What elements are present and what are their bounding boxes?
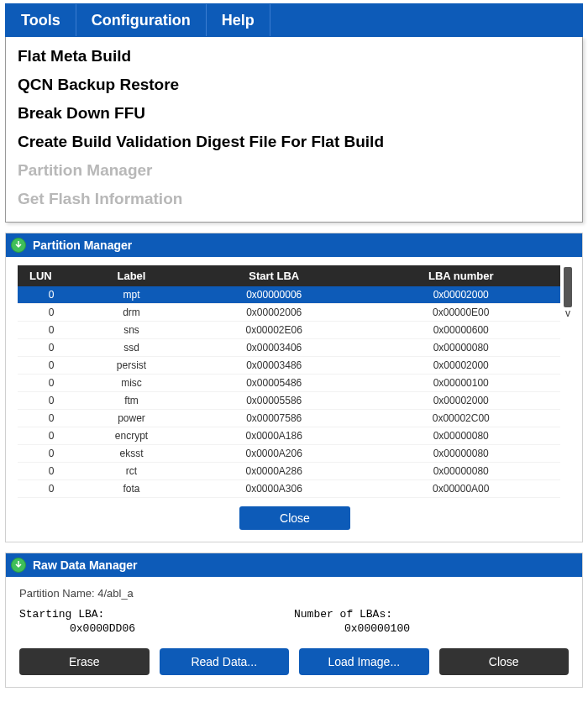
tools-dropdown: Flat Meta BuildQCN Backup RestoreBreak D… (5, 37, 583, 223)
dropdown-item: Get Flash Information (6, 185, 582, 213)
col-start: Start LBA (186, 265, 362, 286)
table-cell-lbanum: 0x00000E00 (361, 304, 560, 322)
download-arrow-icon (11, 558, 26, 573)
table-row[interactable]: 0misc0x000054860x00000100 (18, 375, 560, 392)
raw-data-manager-panel: Raw Data Manager Partition Name: 4/abl_a… (5, 553, 583, 688)
table-cell-start: 0x00002E06 (186, 322, 362, 339)
table-cell-label: ssd (76, 339, 186, 357)
table-cell-start: 0x00005486 (186, 375, 362, 392)
table-cell-start: 0x00000006 (186, 286, 362, 304)
table-cell-label: mpt (76, 286, 186, 304)
partition-name-label: Partition Name: 4/abl_a (19, 587, 569, 600)
menu-tools[interactable]: Tools (6, 4, 76, 36)
table-cell-start: 0x00003486 (186, 357, 362, 375)
table-cell-lun: 0 (18, 375, 76, 392)
table-cell-start: 0x00003406 (186, 339, 362, 357)
table-cell-lun: 0 (18, 286, 76, 304)
scrollbar-down-icon[interactable]: v (564, 307, 572, 319)
table-cell-label: eksst (76, 445, 186, 463)
table-cell-lbanum: 0x00002000 (361, 286, 560, 304)
table-cell-start: 0x0000A286 (186, 463, 362, 480)
table-cell-lbanum: 0x00000080 (361, 339, 560, 357)
load-image-button[interactable]: Load Image... (299, 648, 429, 675)
number-lbas-value: 0x00000100 (294, 622, 569, 635)
table-row[interactable]: 0persist0x000034860x00002000 (18, 357, 560, 375)
table-row[interactable]: 0rct0x0000A2860x00000080 (18, 463, 560, 480)
dropdown-item[interactable]: Flat Meta Build (6, 42, 582, 71)
table-cell-lbanum: 0x00000080 (361, 445, 560, 463)
menubar: Tools Configuration Help (5, 3, 583, 37)
partition-manager-titlebar: Partition Manager (6, 233, 582, 257)
raw-close-button[interactable]: Close (439, 648, 570, 675)
table-cell-lbanum: 0x00000080 (361, 463, 560, 480)
table-cell-label: rct (76, 463, 186, 480)
partition-manager-body: LUN Label Start LBA LBA number 0mpt0x000… (6, 257, 582, 542)
table-cell-lun: 0 (18, 427, 76, 445)
table-cell-label: persist (76, 357, 186, 375)
table-cell-label: power (76, 410, 186, 427)
table-cell-lun: 0 (18, 304, 76, 322)
table-cell-start: 0x0000A186 (186, 427, 362, 445)
starting-lba-label: Starting LBA: (19, 608, 294, 621)
table-cell-label: misc (76, 375, 186, 392)
partition-manager-title: Partition Manager (33, 238, 132, 252)
scrollbar-thumb[interactable] (564, 267, 572, 307)
table-cell-lun: 0 (18, 357, 76, 375)
dropdown-item: Partition Manager (6, 156, 582, 185)
number-lbas-label: Number of LBAs: (294, 608, 569, 621)
partition-manager-panel: Partition Manager LUN Label Start LBA LB… (5, 233, 583, 542)
menu-configuration[interactable]: Configuration (76, 4, 207, 36)
table-row[interactable]: 0encrypt0x0000A1860x00000080 (18, 427, 560, 445)
table-row[interactable]: 0mpt0x000000060x00002000 (18, 286, 560, 304)
table-cell-lbanum: 0x00000600 (361, 322, 560, 339)
dropdown-item[interactable]: QCN Backup Restore (6, 71, 582, 99)
partition-table: LUN Label Start LBA LBA number 0mpt0x000… (18, 265, 560, 498)
table-cell-lbanum: 0x00002C00 (361, 410, 560, 427)
table-cell-lbanum: 0x00002000 (361, 357, 560, 375)
erase-button[interactable]: Erase (19, 648, 150, 675)
table-cell-lun: 0 (18, 480, 76, 498)
table-cell-start: 0x00007586 (186, 410, 362, 427)
table-row[interactable]: 0eksst0x0000A2060x00000080 (18, 445, 560, 463)
col-label: Label (76, 265, 186, 286)
table-row[interactable]: 0power0x000075860x00002C00 (18, 410, 560, 427)
table-cell-lun: 0 (18, 463, 76, 480)
raw-data-manager-titlebar: Raw Data Manager (6, 553, 582, 577)
col-lbanum: LBA number (361, 265, 560, 286)
table-cell-lbanum: 0x00000A00 (361, 480, 560, 498)
dropdown-item[interactable]: Create Build Validation Digest File For … (6, 128, 582, 156)
table-row[interactable]: 0ftm0x000055860x00002000 (18, 392, 560, 410)
table-cell-lbanum: 0x00000080 (361, 427, 560, 445)
read-data-button[interactable]: Read Data... (160, 648, 290, 675)
raw-data-manager-title: Raw Data Manager (33, 558, 137, 572)
table-cell-label: ftm (76, 392, 186, 410)
dropdown-item[interactable]: Break Down FFU (6, 99, 582, 128)
table-cell-lun: 0 (18, 392, 76, 410)
table-cell-label: drm (76, 304, 186, 322)
table-row[interactable]: 0fota0x0000A3060x00000A00 (18, 480, 560, 498)
table-cell-lun: 0 (18, 339, 76, 357)
table-cell-lun: 0 (18, 322, 76, 339)
table-cell-label: sns (76, 322, 186, 339)
table-cell-lun: 0 (18, 445, 76, 463)
table-cell-label: fota (76, 480, 186, 498)
table-cell-start: 0x0000A306 (186, 480, 362, 498)
menu-help[interactable]: Help (207, 4, 270, 36)
table-row[interactable]: 0ssd0x000034060x00000080 (18, 339, 560, 357)
table-cell-label: encrypt (76, 427, 186, 445)
table-cell-lbanum: 0x00000100 (361, 375, 560, 392)
table-cell-lun: 0 (18, 410, 76, 427)
download-arrow-icon (11, 238, 26, 253)
table-cell-start: 0x0000A206 (186, 445, 362, 463)
starting-lba-value: 0x0000DD06 (19, 622, 294, 635)
table-row[interactable]: 0sns0x00002E060x00000600 (18, 322, 560, 339)
table-cell-start: 0x00005586 (186, 392, 362, 410)
table-row[interactable]: 0drm0x000020060x00000E00 (18, 304, 560, 322)
col-lun: LUN (18, 265, 76, 286)
raw-data-manager-body: Partition Name: 4/abl_a Starting LBA: Nu… (6, 577, 582, 687)
partition-close-button[interactable]: Close (239, 506, 350, 530)
table-scrollbar[interactable]: v (564, 265, 572, 319)
table-cell-start: 0x00002006 (186, 304, 362, 322)
table-cell-lbanum: 0x00002000 (361, 392, 560, 410)
